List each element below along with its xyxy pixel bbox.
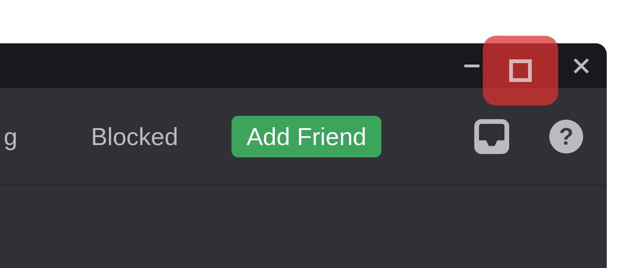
close-button[interactable] xyxy=(567,52,595,80)
tab-partial[interactable]: g xyxy=(0,117,31,156)
highlight-annotation xyxy=(483,36,558,106)
inbox-button[interactable] xyxy=(473,118,511,155)
help-icon: ? xyxy=(559,123,574,150)
minimize-icon xyxy=(461,55,483,77)
minimize-button[interactable] xyxy=(458,52,486,80)
inbox-icon xyxy=(473,118,511,155)
toolbar-right: ? xyxy=(473,118,583,155)
maximize-icon xyxy=(507,57,534,84)
help-button[interactable]: ? xyxy=(549,120,583,154)
tab-blocked[interactable]: Blocked xyxy=(78,117,191,156)
svg-rect-4 xyxy=(511,61,530,80)
add-friend-button[interactable]: Add Friend xyxy=(231,116,381,157)
close-icon xyxy=(570,55,593,77)
